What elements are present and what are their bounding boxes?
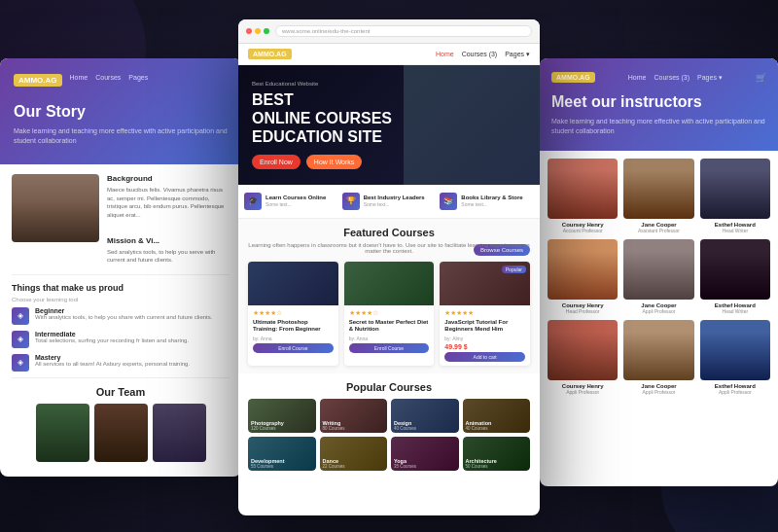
divider-1 — [12, 274, 230, 275]
popular-count-2: 40 Courses — [394, 426, 416, 431]
feature-courses-title: Learn Courses Online — [265, 195, 326, 201]
enroll-mini-btn-3[interactable]: Add to cart — [444, 352, 525, 362]
how-it-works-button[interactable]: How It Works — [306, 155, 363, 169]
popular-count-1: 80 Courses — [323, 426, 345, 431]
center-nav-links: Home Courses (3) Pages ▾ — [436, 51, 530, 58]
course-stars-1: ★★★★☆ — [253, 309, 334, 317]
background-text: Maece faucibus felis. Vivamus pharetra r… — [107, 186, 230, 219]
popular-item-6[interactable]: Yoga 35 Courses — [391, 437, 459, 471]
left-logo: AMMO.AG — [14, 74, 62, 87]
leaders-icon: 🏆 — [342, 193, 360, 210]
beginner-desc: With analytics tools, to help you share … — [35, 314, 212, 322]
beginner-icon: ◈ — [12, 307, 29, 325]
popular-thumb-1: Writing 80 Courses — [320, 399, 388, 433]
team-photo-1 — [36, 404, 89, 462]
instructor-photo-3 — [548, 239, 618, 300]
center-panel: www.some.online/edu-the-content AMMO.AG … — [238, 19, 540, 515]
popular-label-3: Animation — [466, 420, 492, 427]
feature-library-title: Books Library & Store — [461, 195, 522, 201]
left-text-block: Background Maece faucibus felis. Vivamus… — [107, 174, 230, 264]
instructor-2: Esthef Howard Head Writer — [700, 159, 770, 233]
right-nav-courses[interactable]: Courses (3) — [654, 74, 690, 82]
popular-label-6: Yoga — [394, 458, 416, 465]
popular-thumb-6: Yoga 35 Courses — [391, 437, 459, 471]
instructor-role-6: Appli Professor — [548, 389, 618, 395]
center-nav-courses[interactable]: Courses (3) — [462, 51, 498, 58]
course-stars-3: ★★★★★ — [444, 309, 525, 317]
instructor-6: Coursey Henry Appli Professor — [548, 320, 618, 395]
left-nav-pages[interactable]: Pages — [128, 74, 148, 92]
mastery-title: Mastery — [35, 354, 190, 361]
popular-item-7[interactable]: Architecture 50 Courses — [463, 437, 531, 471]
team-photos — [12, 404, 230, 462]
team-photo-2 — [94, 404, 148, 462]
feature-library-text: Books Library & Store Some text... — [461, 195, 522, 207]
popular-item-1[interactable]: Writing 80 Courses — [320, 399, 388, 433]
left-header-title: Our Story — [14, 102, 228, 123]
popular-title: Popular Courses — [248, 381, 530, 393]
intermediate-info: Intermediate Total selections, surfing y… — [35, 331, 189, 345]
featured-section: Featured Courses Learning often happens … — [238, 219, 540, 374]
dot-green[interactable] — [264, 28, 269, 34]
enroll-mini-btn-2[interactable]: Enroll Course — [349, 343, 430, 353]
popular-label-4: Development — [251, 458, 285, 465]
library-icon: 📚 — [440, 193, 457, 210]
features-bar: 🎓 Learn Courses Online Some text... 🏆 Be… — [238, 185, 540, 219]
popular-item-5[interactable]: Dance 22 Courses — [320, 437, 388, 471]
instructor-role-7: Appli Professor — [623, 389, 693, 395]
instructor-role-4: Appli Professor — [623, 308, 693, 314]
popular-thumb-4: Development 55 Courses — [248, 437, 316, 471]
things-title: Things that make us proud — [12, 283, 230, 293]
feature-courses: 🎓 Learn Courses Online Some text... — [244, 193, 338, 210]
right-panel: AMMO.AG Home Courses (3) Pages ▾ 🛒 Meet … — [540, 58, 778, 486]
popular-count-7: 50 Courses — [466, 464, 497, 469]
course-info-1: ★★★★☆ Ultimate Photoshop Training: From … — [248, 305, 338, 358]
left-nav-courses[interactable]: Courses — [95, 74, 121, 92]
popular-thumb-0: Photography 120 Courses — [248, 399, 316, 433]
popular-item-4[interactable]: Development 55 Courses — [248, 437, 316, 471]
right-nav-pages[interactable]: Pages ▾ — [697, 74, 723, 82]
enroll-mini-btn-1[interactable]: Enroll Course — [253, 343, 334, 353]
mastery-info: Mastery All services to all team! At Asb… — [35, 354, 190, 369]
instructor-photo-1 — [623, 159, 693, 219]
right-nav-home[interactable]: Home — [628, 74, 647, 82]
course-card-3: Popular ★★★★★ JavaScript Tutorial For Be… — [440, 262, 530, 367]
featured-title: Featured Courses — [248, 227, 530, 238]
left-nav-home[interactable]: Home — [70, 74, 88, 92]
browser-bar[interactable]: www.some.online/edu-the-content — [275, 25, 532, 37]
dot-yellow[interactable] — [255, 28, 261, 34]
enroll-now-button[interactable]: Enroll Now — [252, 155, 301, 169]
intermediate-title: Intermediate — [35, 331, 189, 337]
feature-courses-text: Learn Courses Online Some text... — [265, 195, 326, 207]
left-panel: AMMO.AG Home Courses Pages Our Story Mak… — [0, 58, 241, 477]
instructor-role-8: Appli Professor — [700, 389, 770, 395]
instructor-role-1: Assistant Professor — [623, 228, 693, 233]
popular-item-3[interactable]: Animation 40 Courses — [463, 399, 531, 433]
left-nav: AMMO.AG Home Courses Pages — [14, 74, 228, 92]
popular-item-2[interactable]: Design 40 Courses — [391, 399, 459, 433]
popular-count-4: 55 Courses — [251, 464, 285, 469]
popular-label-1: Writing — [323, 420, 345, 427]
right-header-title: Meet our instructors — [551, 92, 766, 113]
cart-icon[interactable]: 🛒 — [756, 73, 766, 83]
feature-leaders-text: Best Industry Leaders Some text... — [364, 195, 425, 207]
popular-item-0[interactable]: Photography 120 Courses — [248, 399, 316, 433]
course-title-2: Secret to Master Perfect Diet & Nutritio… — [349, 319, 430, 335]
popular-grid: Photography 120 Courses Writing 80 Cours… — [248, 399, 530, 471]
popular-count-3: 40 Courses — [466, 426, 492, 431]
mastery-icon: ◈ — [12, 354, 29, 372]
instructor-photo-8 — [700, 320, 770, 380]
things-subtitle: Choose your learning tool — [12, 297, 230, 302]
right-header: AMMO.AG Home Courses (3) Pages ▾ 🛒 Meet … — [540, 58, 778, 151]
center-nav-home[interactable]: Home — [436, 51, 454, 58]
scene: AMMO.AG Home Courses Pages Our Story Mak… — [0, 0, 778, 532]
background-title: Background — [107, 174, 230, 183]
dot-red[interactable] — [246, 28, 252, 34]
hero-title: BESTONLINE COURSESEDUCATION SITE — [252, 90, 526, 147]
beginner-title: Beginner — [35, 307, 212, 314]
hero-buttons: Enroll Now How It Works — [252, 155, 526, 169]
instructor-0: Coursey Henry Account Professor — [548, 159, 618, 233]
instructor-photo-7 — [623, 320, 693, 380]
feature-leaders-title: Best Industry Leaders — [364, 195, 425, 201]
center-nav-pages[interactable]: Pages ▾ — [505, 51, 530, 58]
